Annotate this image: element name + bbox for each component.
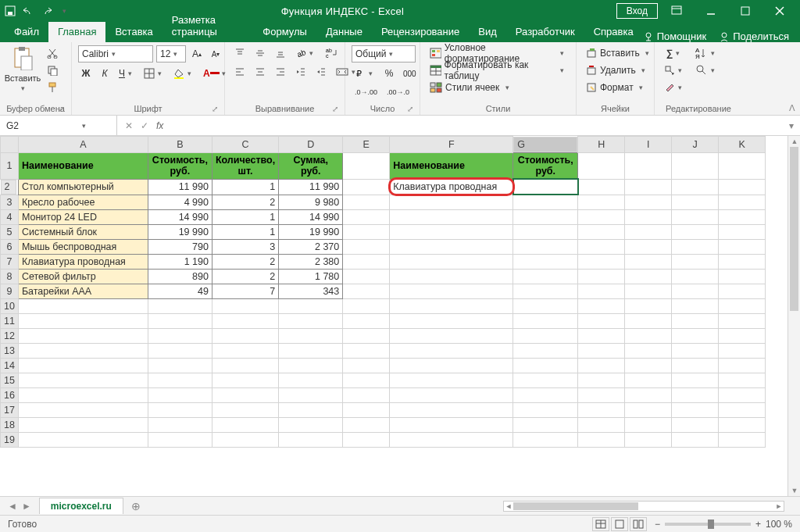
- row-header-8[interactable]: 8: [1, 269, 19, 284]
- cell-J3[interactable]: [672, 195, 719, 209]
- cell-H4[interactable]: [578, 209, 625, 224]
- cell-D3[interactable]: 9 980: [279, 195, 343, 209]
- cell-A14[interactable]: [18, 358, 148, 373]
- cell-F12[interactable]: [390, 328, 513, 343]
- cell-F1[interactable]: Наименование: [390, 152, 513, 179]
- cell-E13[interactable]: [343, 343, 390, 358]
- sheet-nav-next-icon[interactable]: ►: [22, 501, 31, 512]
- cell-K11[interactable]: [719, 313, 766, 328]
- cell-D5[interactable]: 19 990: [279, 224, 343, 239]
- col-header-F[interactable]: F: [390, 137, 513, 153]
- cell-F3[interactable]: [390, 195, 513, 209]
- cell-D18[interactable]: [279, 417, 343, 432]
- minimize-button[interactable]: [695, 0, 727, 22]
- increase-indent-button[interactable]: [312, 64, 330, 80]
- cell-H10[interactable]: [578, 298, 625, 313]
- share-button[interactable]: Поделиться: [719, 30, 789, 42]
- cell-H15[interactable]: [578, 373, 625, 387]
- cell-B13[interactable]: [148, 343, 212, 358]
- cell-I12[interactable]: [625, 328, 672, 343]
- cell-J18[interactable]: [672, 417, 719, 432]
- cell-C5[interactable]: 1: [212, 224, 278, 239]
- cancel-formula-icon[interactable]: ✕: [125, 120, 133, 131]
- tab-developer[interactable]: Разработчик: [506, 22, 584, 42]
- cell-D14[interactable]: [279, 358, 343, 373]
- cell-K12[interactable]: [719, 328, 766, 343]
- cell-H11[interactable]: [578, 313, 625, 328]
- cell-B8[interactable]: 890: [148, 269, 212, 284]
- cell-H12[interactable]: [578, 328, 625, 343]
- col-header-G[interactable]: G: [513, 137, 577, 152]
- cell-D15[interactable]: [279, 373, 343, 387]
- cell-G6[interactable]: [513, 239, 578, 254]
- expand-formula-button[interactable]: ▾: [783, 120, 800, 131]
- autosum-button[interactable]: ∑▾: [661, 45, 688, 61]
- cell-C4[interactable]: 1: [212, 209, 278, 224]
- cell-G16[interactable]: [513, 387, 578, 402]
- row-header-13[interactable]: 13: [1, 343, 19, 358]
- cell-C2[interactable]: 1: [212, 179, 278, 195]
- name-box[interactable]: G2▾: [0, 116, 117, 135]
- conditional-formatting-button[interactable]: Условное форматирование▾: [427, 45, 570, 61]
- cell-E7[interactable]: [343, 254, 390, 269]
- cell-B12[interactable]: [148, 328, 212, 343]
- cell-E9[interactable]: [343, 284, 390, 298]
- cell-G19[interactable]: [513, 432, 578, 447]
- cell-I15[interactable]: [625, 373, 672, 387]
- cell-K2[interactable]: [719, 179, 766, 195]
- cell-C17[interactable]: [212, 402, 278, 417]
- cell-G11[interactable]: [513, 313, 578, 328]
- maximize-button[interactable]: [730, 0, 761, 22]
- paste-button[interactable]: Вставить▾: [6, 45, 39, 94]
- format-painter-button[interactable]: [44, 80, 61, 95]
- zoom-level[interactable]: 100 %: [766, 519, 792, 530]
- cell-A3[interactable]: Кресло рабочее: [18, 195, 148, 209]
- cell-K13[interactable]: [719, 343, 766, 358]
- cell-J14[interactable]: [672, 358, 719, 373]
- cell-G4[interactable]: [513, 209, 578, 224]
- cell-D9[interactable]: 343: [279, 284, 343, 298]
- cell-E10[interactable]: [343, 298, 390, 313]
- cell-H7[interactable]: [578, 254, 625, 269]
- cell-A11[interactable]: [18, 313, 148, 328]
- cell-F19[interactable]: [390, 432, 513, 447]
- cell-I4[interactable]: [625, 209, 672, 224]
- number-format-select[interactable]: Общий▾: [352, 45, 416, 62]
- cell-G14[interactable]: [513, 358, 578, 373]
- cell-B10[interactable]: [148, 298, 212, 313]
- cell-G13[interactable]: [513, 343, 578, 358]
- cell-G18[interactable]: [513, 417, 578, 432]
- align-top-button[interactable]: [231, 45, 248, 61]
- cell-C14[interactable]: [212, 358, 278, 373]
- bold-button[interactable]: Ж: [78, 66, 94, 81]
- qat-dropdown-icon[interactable]: ▾: [59, 7, 69, 15]
- cell-K9[interactable]: [719, 284, 766, 298]
- cell-J6[interactable]: [672, 239, 719, 254]
- cell-A9[interactable]: Батарейки ААА: [18, 284, 148, 298]
- cell-A16[interactable]: [18, 387, 148, 402]
- tab-help[interactable]: Справка: [584, 22, 643, 42]
- sheet-nav-prev-icon[interactable]: ◄: [8, 501, 17, 512]
- cell-G5[interactable]: [513, 224, 578, 239]
- cell-G9[interactable]: [513, 284, 578, 298]
- cell-I18[interactable]: [625, 417, 672, 432]
- cell-B7[interactable]: 1 190: [148, 254, 212, 269]
- cell-H14[interactable]: [578, 358, 625, 373]
- cell-F14[interactable]: [390, 358, 513, 373]
- cell-J1[interactable]: [672, 152, 719, 179]
- cell-F15[interactable]: [390, 373, 513, 387]
- cell-A5[interactable]: Системный блок: [18, 224, 148, 239]
- cell-K5[interactable]: [719, 224, 766, 239]
- row-header-14[interactable]: 14: [1, 358, 19, 373]
- cell-C10[interactable]: [212, 298, 278, 313]
- cell-F18[interactable]: [390, 417, 513, 432]
- cell-K19[interactable]: [719, 432, 766, 447]
- add-sheet-button[interactable]: ⊕: [123, 500, 148, 512]
- cell-I6[interactable]: [625, 239, 672, 254]
- cell-G10[interactable]: [513, 298, 578, 313]
- copy-button[interactable]: [44, 62, 61, 78]
- cell-H9[interactable]: [578, 284, 625, 298]
- cell-C16[interactable]: [212, 387, 278, 402]
- cell-C15[interactable]: [212, 373, 278, 387]
- cell-B6[interactable]: 790: [148, 239, 212, 254]
